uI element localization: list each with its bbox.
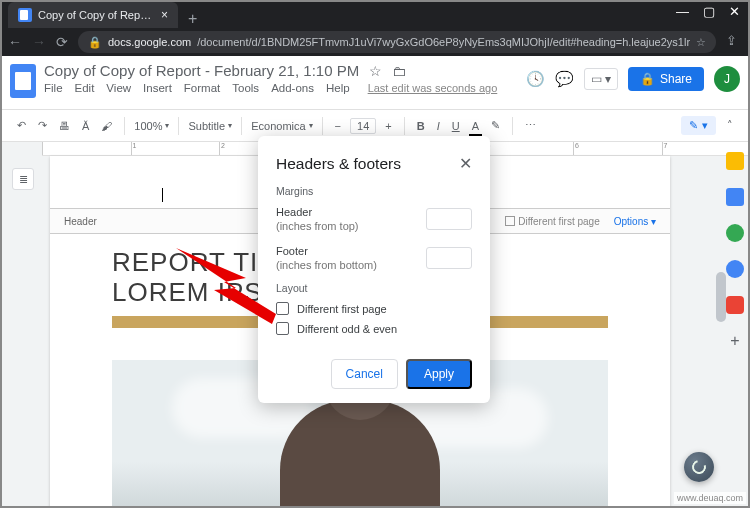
new-tab-button[interactable]: + — [178, 10, 207, 28]
menu-bar: File Edit View Insert Format Tools Add-o… — [44, 82, 518, 94]
underline-button[interactable]: U — [449, 118, 463, 134]
paint-format-button[interactable]: 🖌 — [98, 118, 115, 134]
side-panel: + — [726, 152, 744, 350]
layout-section-label: Layout — [276, 282, 472, 294]
docs-favicon — [18, 8, 32, 22]
comment-history-icon[interactable]: 🕓 — [526, 70, 545, 88]
close-icon[interactable]: ✕ — [459, 154, 472, 173]
docs-logo-icon[interactable] — [10, 64, 36, 98]
window-minimize[interactable]: — — [676, 4, 689, 19]
url-host: docs.google.com — [108, 36, 191, 48]
checkbox-icon — [276, 302, 289, 315]
share-icon[interactable]: ⇪ — [726, 33, 737, 51]
collapse-button[interactable]: ˄ — [724, 117, 736, 134]
headers-footers-dialog: Headers & footers ✕ Margins Header (inch… — [258, 136, 490, 403]
font-increase[interactable]: + — [382, 118, 394, 134]
window-controls: — ▢ ✕ — [676, 4, 740, 19]
url-path: /document/d/1BNDM25FTmvmJ1uVi7wyGxGdO6eP… — [197, 36, 690, 48]
outline-toggle[interactable]: ≣ — [12, 168, 34, 190]
add-side-panel[interactable]: + — [730, 332, 739, 350]
calendar-icon[interactable] — [726, 188, 744, 206]
header-diff-first-checkbox[interactable]: Different first page — [505, 216, 600, 227]
checkbox-icon — [276, 322, 289, 335]
menu-addons[interactable]: Add-ons — [271, 82, 314, 94]
font-size[interactable]: 14 — [350, 118, 376, 134]
star-icon[interactable]: ☆ — [696, 36, 706, 49]
menu-insert[interactable]: Insert — [143, 82, 172, 94]
close-icon[interactable]: × — [161, 8, 168, 22]
scrollbar-thumb[interactable] — [716, 272, 726, 322]
keep-icon[interactable] — [726, 152, 744, 170]
diff-first-label: Different first page — [297, 303, 387, 315]
header-label: Header — [64, 216, 97, 227]
tab-title: Copy of Copy of Report - Febru... — [38, 9, 155, 21]
margins-section-label: Margins — [276, 185, 472, 197]
menu-tools[interactable]: Tools — [232, 82, 259, 94]
font-dropdown[interactable]: Economica — [251, 120, 312, 132]
redo-button[interactable]: ↷ — [35, 117, 50, 134]
move-icon[interactable]: 🗀 — [392, 63, 406, 79]
bold-button[interactable]: B — [414, 118, 428, 134]
more-button[interactable]: ⋯ — [522, 117, 539, 134]
style-dropdown[interactable]: Subtitle — [188, 120, 232, 132]
docs-header: Copy of Copy of Report - February 21, 1:… — [0, 56, 750, 110]
browser-tab[interactable]: Copy of Copy of Report - Febru... × — [8, 2, 178, 28]
font-decrease[interactable]: − — [332, 118, 344, 134]
spellcheck-button[interactable]: Ă — [79, 118, 92, 134]
menu-help[interactable]: Help — [326, 82, 350, 94]
star-icon[interactable]: ☆ — [369, 63, 382, 79]
print-button[interactable]: 🖶 — [56, 118, 73, 134]
menu-view[interactable]: View — [106, 82, 131, 94]
header-options-dropdown[interactable]: Options ▾ — [614, 216, 656, 227]
zoom-dropdown[interactable]: 100% — [134, 120, 169, 132]
contacts-icon[interactable] — [726, 260, 744, 278]
editing-mode-button[interactable]: ✎ ▾ — [681, 116, 716, 135]
lock-icon: 🔒 — [640, 72, 655, 86]
text-cursor — [162, 188, 163, 202]
apply-button[interactable]: Apply — [406, 359, 472, 389]
present-button[interactable]: ▭ ▾ — [584, 68, 618, 90]
header-margin-sublabel: (inches from top) — [276, 219, 359, 233]
last-edit-text[interactable]: Last edit was seconds ago — [368, 82, 498, 94]
share-button[interactable]: 🔒 Share — [628, 67, 704, 91]
menu-format[interactable]: Format — [184, 82, 220, 94]
forward-button[interactable]: → — [32, 34, 46, 50]
grammarly-badge[interactable] — [684, 452, 714, 482]
window-close[interactable]: ✕ — [729, 4, 740, 19]
highlight-button[interactable]: ✎ — [488, 117, 503, 134]
browser-chrome: — ▢ ✕ Copy of Copy of Report - Febru... … — [0, 0, 750, 56]
header-margin-input[interactable] — [426, 208, 472, 230]
maps-icon[interactable] — [726, 296, 744, 314]
different-odd-even-checkbox[interactable]: Different odd & even — [276, 322, 472, 335]
menu-edit[interactable]: Edit — [75, 82, 95, 94]
address-bar[interactable]: 🔒 docs.google.com /document/d/1BNDM25FTm… — [78, 31, 716, 53]
document-title[interactable]: Copy of Copy of Report - February 21, 1:… — [44, 62, 359, 79]
share-label: Share — [660, 72, 692, 86]
diff-odd-even-label: Different odd & even — [297, 323, 397, 335]
italic-button[interactable]: I — [434, 118, 443, 134]
comments-icon[interactable]: 💬 — [555, 70, 574, 88]
dialog-title: Headers & footers — [276, 155, 401, 173]
back-button[interactable]: ← — [8, 34, 22, 50]
different-first-page-checkbox[interactable]: Different first page — [276, 302, 472, 315]
text-color-button[interactable]: A — [469, 118, 482, 134]
undo-button[interactable]: ↶ — [14, 117, 29, 134]
cancel-button[interactable]: Cancel — [331, 359, 398, 389]
footer-margin-input[interactable] — [426, 247, 472, 269]
footer-margin-sublabel: (inches from bottom) — [276, 258, 377, 272]
menu-file[interactable]: File — [44, 82, 63, 94]
watermark: www.deuaq.com — [674, 492, 746, 504]
account-avatar[interactable]: J — [714, 66, 740, 92]
footer-margin-label: Footer — [276, 244, 377, 258]
window-maximize[interactable]: ▢ — [703, 4, 715, 19]
header-margin-label: Header — [276, 205, 359, 219]
tasks-icon[interactable] — [726, 224, 744, 242]
lock-icon: 🔒 — [88, 36, 102, 49]
reload-button[interactable]: ⟳ — [56, 34, 68, 50]
